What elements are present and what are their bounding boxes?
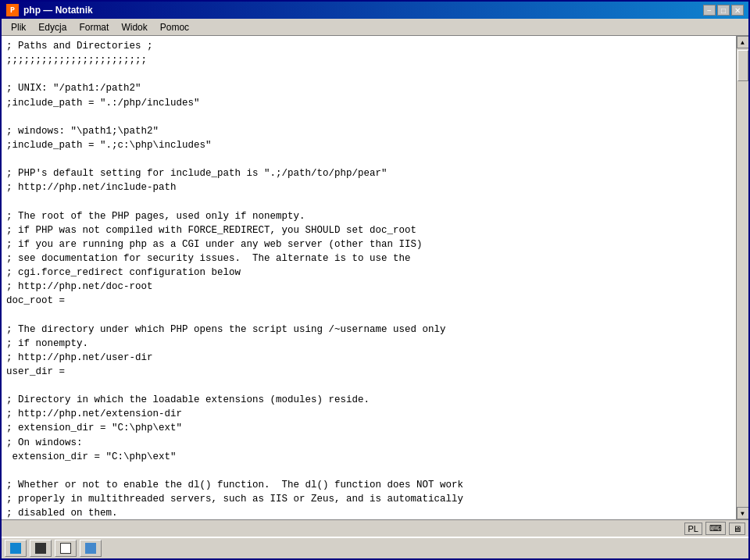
scroll-up-button[interactable]: ▲ bbox=[737, 36, 749, 48]
scroll-down-button[interactable]: ▼ bbox=[737, 507, 749, 519]
taskbar-item-2[interactable] bbox=[30, 540, 52, 557]
title-bar-left: P php — Notatnik bbox=[6, 4, 93, 16]
app-icon: P bbox=[6, 4, 19, 16]
minimize-button[interactable]: − bbox=[703, 5, 716, 16]
scroll-thumb[interactable] bbox=[738, 50, 748, 81]
menu-pomoc[interactable]: Pomoc bbox=[154, 20, 195, 34]
vertical-scrollbar[interactable]: ▲ ▼ bbox=[736, 36, 748, 519]
window-title: php — Notatnik bbox=[23, 5, 93, 16]
taskbar bbox=[2, 537, 748, 558]
title-bar: P php — Notatnik − □ ✕ bbox=[2, 2, 748, 19]
taskbar-icon-3 bbox=[60, 543, 71, 554]
main-window: P php — Notatnik − □ ✕ Plik Edycja Forma… bbox=[0, 0, 750, 560]
language-indicator: PL bbox=[684, 523, 702, 535]
taskbar-item-4[interactable] bbox=[80, 540, 102, 557]
menu-widok[interactable]: Widok bbox=[115, 20, 153, 34]
taskbar-icon-4 bbox=[85, 543, 96, 554]
content-area: ; Paths and Directories ; ;;;;;;;;;;;;;;… bbox=[2, 36, 748, 519]
menu-plik[interactable]: Plik bbox=[5, 20, 32, 34]
maximize-button[interactable]: □ bbox=[717, 5, 730, 16]
taskbar-icon-1 bbox=[10, 543, 21, 554]
taskbar-item-3[interactable] bbox=[55, 540, 77, 557]
close-button[interactable]: ✕ bbox=[731, 5, 744, 16]
keyboard-indicator: ⌨ bbox=[705, 522, 726, 535]
menu-bar: Plik Edycja Format Widok Pomoc bbox=[2, 19, 748, 36]
taskbar-item-1[interactable] bbox=[5, 540, 27, 557]
scroll-track[interactable] bbox=[737, 48, 749, 507]
taskbar-icon-2 bbox=[35, 543, 46, 554]
menu-edycja[interactable]: Edycja bbox=[32, 20, 73, 34]
status-bar: PL ⌨ 🖥 bbox=[2, 519, 748, 537]
text-editor[interactable]: ; Paths and Directories ; ;;;;;;;;;;;;;;… bbox=[2, 36, 736, 519]
menu-format[interactable]: Format bbox=[73, 20, 115, 34]
display-indicator: 🖥 bbox=[729, 523, 745, 535]
title-buttons: − □ ✕ bbox=[703, 5, 744, 16]
